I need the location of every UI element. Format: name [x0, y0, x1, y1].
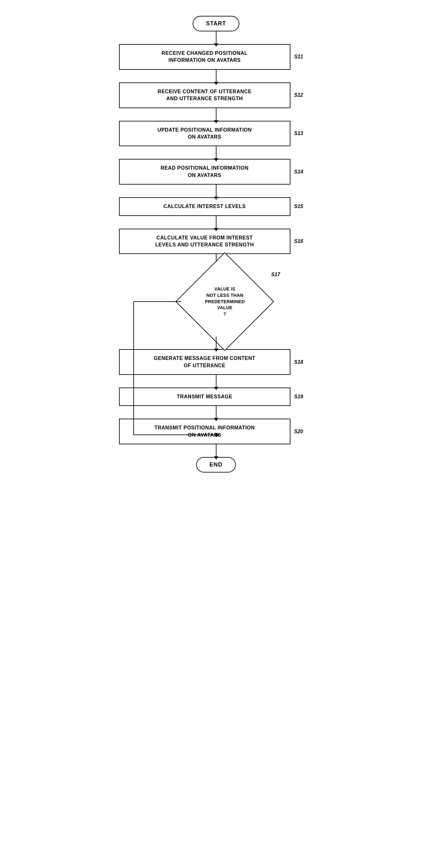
step-s18-wrapper: GENERATE MESSAGE FROM CONTENT OF UTTERAN…: [105, 349, 327, 375]
step-s17-text: VALUE IS NOT LESS THAN PREDETERMINED VAL…: [202, 283, 248, 320]
step-s17-label: S17: [271, 267, 280, 278]
step-s13-label: S13: [294, 131, 313, 136]
step-s17-diamond: VALUE IS NOT LESS THAN PREDETERMINED VAL…: [183, 267, 266, 337]
start-terminal: START: [193, 16, 240, 31]
step-s19-label: S19: [294, 394, 313, 400]
step-s12-wrapper: RECEIVE CONTENT OF UTTERANCE AND UTTERAN…: [105, 83, 327, 108]
flowchart: START RECEIVE CHANGED POSITIONAL INFORMA…: [105, 6, 327, 472]
step-s13: UPDATE POSITIONAL INFORMATION ON AVATARS: [119, 121, 290, 147]
step-s14-label: S14: [294, 169, 313, 175]
step-s20-wrapper: TRANSMIT POSITIONAL INFORMATION ON AVATA…: [105, 418, 327, 444]
step-s14-wrapper: READ POSITIONAL INFORMATION ON AVATARS S…: [105, 159, 327, 185]
step-s19-wrapper: TRANSMIT MESSAGE S19: [105, 388, 327, 406]
step-s15: CALCULATE INTEREST LEVELS: [119, 197, 290, 216]
step-s15-label: S15: [294, 204, 313, 209]
step-s11-wrapper: RECEIVE CHANGED POSITIONAL INFORMATION O…: [105, 44, 327, 70]
step-s11-label: S11: [294, 54, 313, 60]
step-s19: TRANSMIT MESSAGE: [119, 388, 290, 406]
step-s18: GENERATE MESSAGE FROM CONTENT OF UTTERAN…: [119, 349, 290, 375]
step-s12-label: S12: [294, 92, 313, 98]
decision-section: VALUE IS NOT LESS THAN PREDETERMINED VAL…: [105, 267, 327, 418]
step-s16: CALCULATE VALUE FROM INTEREST LEVELS AND…: [119, 229, 290, 254]
step-s12: RECEIVE CONTENT OF UTTERANCE AND UTTERAN…: [119, 83, 290, 108]
step-s14: READ POSITIONAL INFORMATION ON AVATARS: [119, 159, 290, 185]
step-s15-wrapper: CALCULATE INTEREST LEVELS S15: [105, 197, 327, 216]
step-s11: RECEIVE CHANGED POSITIONAL INFORMATION O…: [119, 44, 290, 70]
step-s17-wrapper: VALUE IS NOT LESS THAN PREDETERMINED VAL…: [105, 267, 327, 337]
step-s20: TRANSMIT POSITIONAL INFORMATION ON AVATA…: [119, 418, 290, 444]
step-s13-wrapper: UPDATE POSITIONAL INFORMATION ON AVATARS…: [105, 121, 327, 147]
step-s16-wrapper: CALCULATE VALUE FROM INTEREST LEVELS AND…: [105, 229, 327, 254]
step-s16-label: S16: [294, 239, 313, 244]
step-s18-label: S18: [294, 359, 313, 365]
step-s20-label: S20: [294, 429, 313, 434]
